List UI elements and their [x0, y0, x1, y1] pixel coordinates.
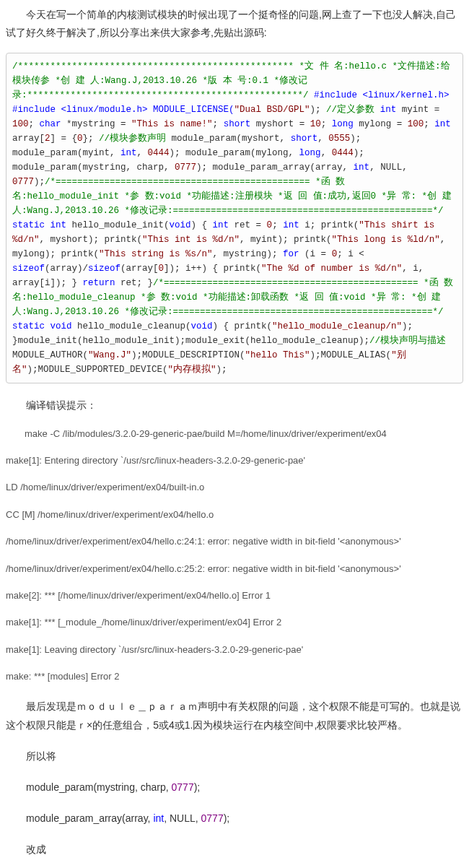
source-code-block: /***************************************… — [6, 53, 463, 383]
error-line: CC [M] /home/linux/driver/experiment/ex0… — [6, 506, 463, 523]
error-line: /home/linux/driver/experiment/ex04/hello… — [6, 533, 463, 550]
error-line: make -C /lib/modules/3.2.0-29-generic-pa… — [6, 425, 463, 442]
error-line: /home/linux/driver/experiment/ex04/hello… — [6, 560, 463, 577]
error-line: make[1]: Leaving directory `/usr/src/lin… — [6, 641, 463, 658]
error-output: make -C /lib/modules/3.2.0-29-generic-pa… — [6, 425, 463, 685]
fix-before-1: module_param(mystring, charp, 0777); — [6, 778, 463, 797]
so-label: 所以将 — [6, 747, 463, 765]
compile-error-title: 编译错误提示： — [6, 396, 463, 415]
error-line: LD /home/linux/driver/experiment/ex04/bu… — [6, 479, 463, 495]
intro-paragraph: 今天在写一个简单的内核测试模块的时候出现了一个挺奇怪的问题,网上查了一下也没人解… — [6, 6, 463, 42]
change-label: 改成 — [6, 841, 463, 859]
fix-before-2: module_param_array(array, int, NULL, 077… — [6, 810, 463, 828]
error-line: make[1]: *** [_module_/home/linux/driver… — [6, 614, 463, 630]
error-line: make: *** [modules] Error 2 — [6, 668, 463, 685]
error-line: make[2]: *** [/home/linux/driver/experim… — [6, 587, 463, 604]
error-line: make[1]: Entering directory `/usr/src/li… — [6, 452, 463, 469]
explanation: 最后发现是ｍｏｄｕｌｅ＿ｐａｒａｍ声明中有关权限的问题，这个权限不能是可写的。也… — [6, 698, 463, 734]
